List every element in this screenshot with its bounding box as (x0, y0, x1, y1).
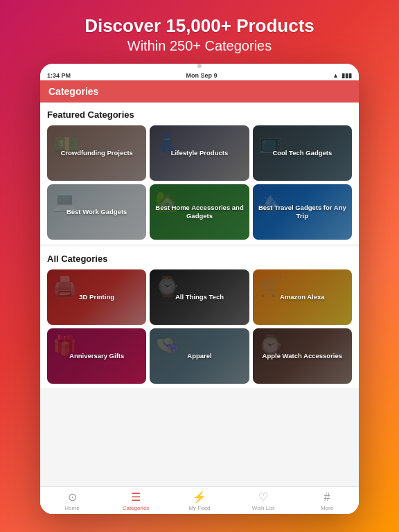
card-overlay: Best Home Accessories and Gadgets (150, 184, 249, 240)
card-label: 3D Printing (76, 293, 117, 301)
tab-myfeed[interactable]: ⚡ My Feed (168, 490, 231, 511)
card-label: Lifestyle Products (168, 149, 231, 157)
tab-myfeed-label: My Feed (188, 505, 210, 511)
category-card-cooltech[interactable]: Cool Tech Gadgets (253, 125, 352, 181)
featured-section-title: Featured Categories (47, 109, 352, 120)
category-card-amazonalexa[interactable]: Amazon Alexa (253, 269, 352, 325)
card-overlay: Lifestyle Products (150, 125, 249, 181)
card-label: All Things Tech (172, 293, 227, 301)
all-categories-section: All Categories 3D Printing All Things Te… (40, 247, 359, 388)
card-overlay: Crowdfunding Projects (47, 125, 146, 181)
wishlist-icon: ♡ (258, 490, 268, 504)
card-overlay: Apparel (150, 328, 249, 384)
tab-wishlist[interactable]: ♡ Wish List (231, 490, 295, 511)
category-card-3dprinting[interactable]: 3D Printing (47, 269, 146, 325)
hero-section: Discover 15,000+ Products Within 250+ Ca… (71, 0, 328, 64)
camera-notch (197, 64, 202, 68)
featured-section: Featured Categories Crowdfunding Project… (40, 103, 359, 244)
tab-more[interactable]: # More (295, 491, 359, 511)
wifi-icon: ▲ (332, 72, 339, 79)
card-overlay: Best Travel Gadgets for Any Trip (253, 184, 352, 240)
card-label: Apparel (184, 352, 214, 360)
status-bar: 1:34 PM Mon Sep 9 ▲ ▮▮▮ (40, 69, 359, 80)
all-categories-grid: 3D Printing All Things Tech Amazon Alexa (47, 269, 352, 384)
device-frame: 1:34 PM Mon Sep 9 ▲ ▮▮▮ Categories Featu… (40, 64, 359, 514)
card-label: Best Travel Gadgets for Any Trip (253, 204, 352, 221)
tab-home[interactable]: ⊙ Home (40, 490, 104, 511)
tab-more-label: More (321, 505, 333, 511)
myfeed-icon: ⚡ (193, 490, 206, 504)
hero-title: Discover 15,000+ Products (85, 15, 314, 37)
category-card-lifestyle[interactable]: Lifestyle Products (150, 125, 249, 181)
more-icon: # (324, 491, 330, 504)
tab-home-label: Home (64, 505, 79, 511)
card-overlay: Best Work Gadgets (47, 184, 146, 240)
card-label: Anniversary Gifts (66, 352, 127, 360)
featured-grid: Crowdfunding Projects Lifestyle Products… (47, 125, 352, 240)
category-card-homeaccessories[interactable]: Best Home Accessories and Gadgets (150, 184, 249, 240)
categories-icon: ☰ (131, 490, 141, 504)
category-card-anniversarygifts[interactable]: Anniversary Gifts (47, 328, 146, 384)
card-overlay: 3D Printing (47, 269, 146, 325)
tab-bar: ⊙ Home ☰ Categories ⚡ My Feed ♡ Wish Lis… (40, 486, 359, 514)
tab-wishlist-label: Wish List (252, 505, 274, 511)
card-overlay: Anniversary Gifts (47, 328, 146, 384)
card-overlay: Cool Tech Gadgets (253, 125, 352, 181)
hero-subtitle: Within 250+ Categories (85, 38, 314, 54)
card-label: Apple Watch Accessories (260, 352, 345, 360)
scroll-content[interactable]: Featured Categories Crowdfunding Project… (40, 103, 359, 486)
card-overlay: All Things Tech (150, 269, 249, 325)
nav-bar: Categories (40, 80, 359, 103)
nav-title: Categories (48, 86, 351, 97)
category-card-travelgadgets[interactable]: Best Travel Gadgets for Any Trip (253, 184, 352, 240)
card-label: Amazon Alexa (277, 293, 328, 301)
tab-categories-label: Categories (123, 505, 150, 511)
card-label: Crowdfunding Projects (57, 149, 136, 157)
status-right: ▲ ▮▮▮ (332, 72, 352, 79)
card-label: Best Home Accessories and Gadgets (150, 204, 249, 221)
tab-categories[interactable]: ☰ Categories (104, 490, 168, 511)
status-time: 1:34 PM (47, 72, 71, 79)
category-card-apparel[interactable]: Apparel (150, 328, 249, 384)
status-date: Mon Sep 9 (186, 72, 218, 79)
all-categories-title: All Categories (47, 254, 352, 264)
battery-icon: ▮▮▮ (342, 72, 352, 79)
card-label: Best Work Gadgets (64, 208, 130, 216)
category-card-workgadgets[interactable]: Best Work Gadgets (47, 184, 146, 240)
home-icon: ⊙ (68, 490, 77, 504)
category-card-allthingstech[interactable]: All Things Tech (150, 269, 249, 325)
card-overlay: Apple Watch Accessories (253, 328, 352, 384)
category-card-applewatchaccessories[interactable]: Apple Watch Accessories (253, 328, 352, 384)
card-overlay: Amazon Alexa (253, 269, 352, 325)
card-label: Cool Tech Gadgets (269, 149, 335, 157)
category-card-crowdfunding[interactable]: Crowdfunding Projects (47, 125, 146, 181)
